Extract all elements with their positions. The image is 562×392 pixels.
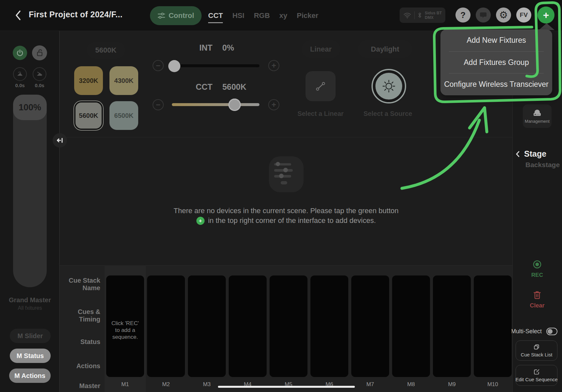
clear-button[interactable]: Clear <box>525 290 549 309</box>
cue-columns: Click 'REC' to add a sequence.M1M2M3M4M5… <box>106 265 512 392</box>
toggle-knob <box>548 329 553 334</box>
panel-divider <box>60 137 512 137</box>
tab-hsi[interactable]: HSI <box>232 0 244 31</box>
m-actions-button[interactable]: M Actions <box>9 368 51 383</box>
select-linear-button[interactable] <box>306 71 336 101</box>
settings-button[interactable]: ⚙ <box>496 8 511 23</box>
help-button[interactable]: ? <box>455 8 471 23</box>
select-source-button[interactable] <box>372 69 406 103</box>
cct-value: 5600K <box>222 82 246 92</box>
chat-icon <box>479 11 487 19</box>
cct-preset-3200k[interactable]: 3200K <box>74 66 103 95</box>
m-slider-button[interactable]: M Slider <box>10 329 51 343</box>
int-slider-track[interactable] <box>169 64 259 67</box>
no-devices-icon <box>269 156 304 192</box>
cue-rec-hint: Click 'REC' to add a sequence. <box>106 275 144 340</box>
project-title: First Project of 2024/F... <box>29 10 123 19</box>
cct-minus-button[interactable]: − <box>153 99 164 110</box>
wifi-icon <box>403 12 411 19</box>
sun-icon <box>381 78 397 94</box>
edit-cue-sequence-label: Edit Cue Sequence <box>515 377 557 382</box>
cct-plus-button[interactable]: + <box>268 99 279 110</box>
m-status-button[interactable]: M Status <box>10 349 51 363</box>
linear-curve-icon <box>313 79 328 93</box>
tab-rgb[interactable]: RGB <box>254 0 270 31</box>
daylight-mode-pill[interactable]: Daylight <box>358 40 412 58</box>
tab-picker[interactable]: Picker <box>297 0 318 31</box>
cue-stack-list-button[interactable]: Cue Stack List <box>516 340 557 361</box>
stage-selector[interactable]: Stage <box>516 149 546 159</box>
row-label-status: Status <box>60 338 100 346</box>
cue-cell-m9[interactable] <box>433 275 471 377</box>
int-minus-button[interactable]: − <box>153 60 164 71</box>
chat-button[interactable] <box>476 8 491 23</box>
add-button[interactable]: + <box>537 7 554 24</box>
menu-item-add-fixtures-group[interactable]: Add Fixtures Group <box>440 52 552 73</box>
tab-xy[interactable]: xy <box>279 0 287 31</box>
cue-cell-m10[interactable] <box>474 275 512 377</box>
collapse-panel-button[interactable] <box>53 133 67 148</box>
tab-label: HSI <box>232 11 244 20</box>
grand-master-value: 100% <box>19 102 41 113</box>
cue-column-m1: Click 'REC' to add a sequence.M1 <box>106 265 144 392</box>
cue-stack-list-label: Cue Stack List <box>521 352 553 357</box>
view-tabs: CCTHSIRGBxyPicker <box>208 0 318 31</box>
backstage-label[interactable]: Backstage <box>525 161 560 169</box>
unlock-button[interactable] <box>32 45 47 60</box>
power-button[interactable] <box>13 46 27 60</box>
fade-out-time: 0.0s <box>33 83 46 88</box>
management-button[interactable]: Management <box>523 104 552 128</box>
cue-cell-m3[interactable] <box>188 275 226 377</box>
cue-master-label-m8: M8 <box>407 381 415 388</box>
cct-slider-handle[interactable] <box>228 99 241 111</box>
tab-cct[interactable]: CCT <box>208 0 223 31</box>
back-button[interactable] <box>14 9 25 22</box>
cue-master-label-m10: M10 <box>487 381 498 388</box>
horizontal-scrollbar[interactable] <box>218 386 355 388</box>
cct-slider-track[interactable] <box>172 103 259 106</box>
account-button[interactable]: FV <box>516 8 531 23</box>
cue-cell-m6[interactable] <box>310 275 348 377</box>
fade-out-button[interactable] <box>33 67 46 81</box>
grand-master-slider[interactable]: 100% <box>13 95 47 287</box>
cct-preset-6500k[interactable]: 6500K <box>109 101 138 130</box>
rec-label: REC <box>525 272 549 278</box>
rec-button[interactable]: REC <box>525 259 549 278</box>
control-mode-button[interactable]: Control <box>150 6 202 25</box>
int-plus-button[interactable]: + <box>268 60 279 71</box>
cue-cell-m8[interactable] <box>392 275 430 377</box>
trash-icon <box>533 290 541 300</box>
cue-column-m4: M4 <box>229 265 267 392</box>
cue-column-m7: M7 <box>351 265 389 392</box>
chevron-left-icon <box>14 9 22 22</box>
cct-preset-4300k[interactable]: 4300K <box>109 66 138 95</box>
select-source-caption: Select a Source <box>360 110 416 118</box>
fade-in-icon <box>16 70 24 78</box>
linear-mode-pill[interactable]: Linear <box>301 40 340 58</box>
cct-preset-5600k[interactable]: 5600K <box>74 101 103 130</box>
menu-item-configure-wireless-transciever[interactable]: Configure Wireless Transciever <box>440 73 552 95</box>
empty-state-line1: There are no devices in the current scen… <box>60 207 512 215</box>
int-value: 0% <box>222 43 234 53</box>
edit-cue-sequence-button[interactable]: Edit Cue Sequence <box>516 365 557 386</box>
cue-cell-m7[interactable] <box>351 275 389 377</box>
cue-cell-m4[interactable] <box>229 275 267 377</box>
menu-item-add-new-fixtures[interactable]: Add New Fixtures <box>440 29 552 51</box>
cue-column-m6: M6 <box>310 265 348 392</box>
cue-cell-m2[interactable] <box>147 275 185 377</box>
cue-cell-m1[interactable]: Click 'REC' to add a sequence. <box>106 275 144 377</box>
copy-icon <box>533 344 540 350</box>
grand-master-title: Grand Master <box>0 296 60 304</box>
fade-in-button[interactable] <box>13 67 27 81</box>
connectivity-status[interactable]: Sidus BT DMX <box>400 8 445 23</box>
cue-master-label-m3: M3 <box>203 381 211 388</box>
intensity-readout: INT 0% <box>199 43 234 53</box>
sliders-icon <box>157 12 165 19</box>
cue-cell-m5[interactable] <box>270 275 307 377</box>
cue-column-m5: M5 <box>270 265 307 392</box>
console-icon <box>532 109 542 117</box>
fade-in-time: 0.0s <box>13 83 27 88</box>
int-slider-handle[interactable] <box>168 60 180 72</box>
grand-master-handle[interactable]: 100% <box>13 95 47 120</box>
multi-select-toggle[interactable] <box>546 328 557 335</box>
